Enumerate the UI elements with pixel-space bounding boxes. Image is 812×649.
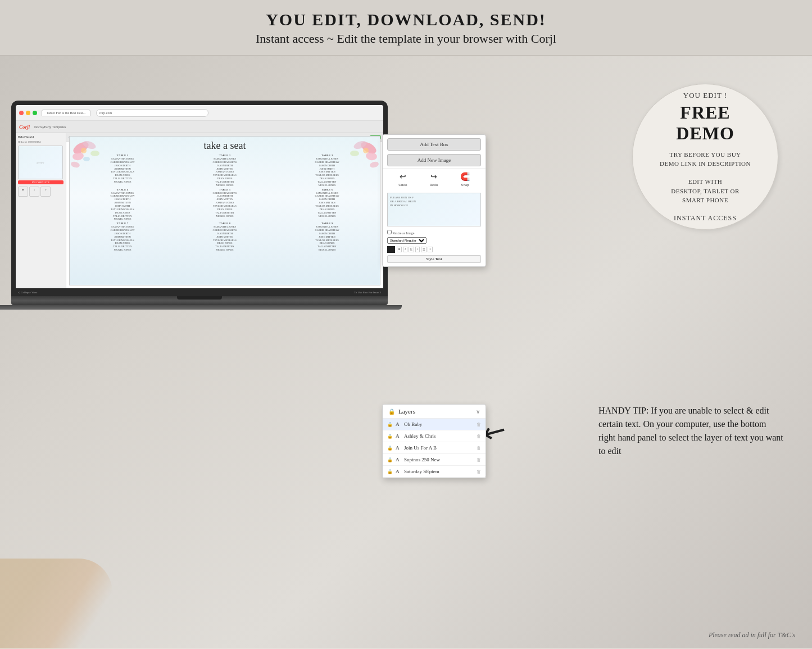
- italic-btn[interactable]: I: [403, 247, 407, 252]
- browser-tab[interactable]: Tablet Fun is the Best Desi...: [42, 110, 90, 116]
- layer-type-indicator: A: [396, 457, 401, 462]
- font-select[interactable]: Standard Regular: [387, 237, 427, 244]
- table-title: TABLE 6: [276, 188, 378, 191]
- seating-name: NICKEL JONES: [276, 184, 378, 187]
- layer-name-label: Saturday SEptem: [404, 469, 474, 474]
- incomplete-badge: INCOMPLETE: [18, 180, 63, 184]
- align-center[interactable]: ☰: [421, 247, 427, 252]
- svg-point-4: [83, 157, 90, 161]
- seating-name: NICKEL JONES: [276, 215, 378, 218]
- snap-button[interactable]: 🧲 Snap: [460, 172, 470, 187]
- layer-name-label: Join Us For A B: [404, 445, 474, 451]
- laptop-screen-outer: Tablet Fun is the Best Desi... corjl.com…: [11, 101, 388, 296]
- seating-name: NICKEL JONES: [276, 248, 378, 252]
- layer-delete-icon[interactable]: 🗑: [477, 457, 481, 462]
- layer-delete-icon[interactable]: 🗑: [477, 446, 481, 451]
- style-text-button[interactable]: Style Text: [387, 255, 481, 263]
- demo-instant-access: INSTANT ACCESS: [674, 214, 737, 223]
- headline: YOU EDIT, DOWNLOAD, SEND!: [0, 10, 812, 29]
- address-bar[interactable]: corjl.com: [96, 109, 208, 117]
- layer-item[interactable]: 🔒 A Join Us For A B 🗑: [383, 442, 486, 454]
- top-banner: YOU EDIT, DOWNLOAD, SEND! Instant access…: [0, 0, 812, 56]
- add-text-box-button[interactable]: Add Text Box: [387, 138, 481, 151]
- table-title: TABLE 7: [72, 222, 173, 225]
- layers-title: Layers: [398, 408, 415, 415]
- table-title: TABLE 5: [174, 188, 275, 191]
- layers-title-row: 🔒 Layers: [388, 408, 415, 415]
- bold-btn[interactable]: B: [397, 247, 402, 252]
- resize-option: Resize as Image: [383, 229, 486, 236]
- layer-lock-icon: 🔒: [387, 434, 393, 439]
- layer-delete-icon[interactable]: 🗑: [477, 422, 481, 427]
- chevron-down-icon[interactable]: ∨: [476, 409, 480, 415]
- toolbar-text: NocrayParty Templates: [34, 125, 66, 129]
- corjl-toolbar: Corjl NocrayParty Templates: [16, 121, 383, 133]
- seating-table: TABLE 6SAMANTHA JONESCARRIE BRADSHAWJASO…: [276, 188, 378, 221]
- sidebar-title: Helo Floral 4: [18, 135, 63, 138]
- redo-button[interactable]: ↪ Redo: [429, 172, 438, 187]
- layer-item[interactable]: 🔒 A Ashley & Chris 🗑: [383, 430, 486, 442]
- layer-item[interactable]: 🔒 A Supinos 250 New 🗑: [383, 454, 486, 466]
- handy-tip-text: HANDY TIP: If you are unable to select &…: [598, 406, 783, 456]
- undo-label: Undo: [398, 183, 407, 187]
- font-section: Standard Regular: [383, 236, 486, 245]
- maximize-dot: [33, 111, 37, 115]
- layer-delete-icon[interactable]: 🗑: [477, 434, 481, 439]
- laptop-bottom: [0, 305, 402, 310]
- snap-icon: 🧲: [460, 172, 470, 181]
- action-btn-2[interactable]: ↓: [29, 187, 39, 197]
- underline-btn[interactable]: U: [409, 247, 414, 252]
- demo-demo: DEMO: [676, 123, 734, 144]
- layer-name-label: Supinos 250 New: [404, 457, 474, 462]
- design-thumbnail: preview: [18, 146, 63, 179]
- action-btn-3[interactable]: ✓: [40, 187, 51, 197]
- align-right[interactable]: ≡: [428, 247, 433, 252]
- seating-name: NICKEL JONES: [72, 217, 173, 221]
- layer-item[interactable]: 🔒 A Saturday SEptem 🗑: [383, 466, 486, 478]
- add-new-image-button[interactable]: Add New Image: [387, 154, 481, 166]
- minimize-dot: [26, 111, 30, 115]
- layer-lock-icon: 🔒: [387, 446, 393, 451]
- layers-lock-icon: 🔒: [388, 409, 395, 415]
- close-dot: [19, 111, 24, 115]
- layers-header: 🔒 Layers ∨: [383, 405, 486, 419]
- action-btn-1[interactable]: ⚙: [18, 187, 28, 197]
- undo-button[interactable]: ↩ Undo: [398, 172, 407, 187]
- layer-delete-icon[interactable]: 🗑: [477, 469, 481, 474]
- order-id: Order Id: 1509758194: [18, 140, 63, 143]
- laptop-notch: [177, 296, 222, 299]
- seating-table: TABLE 7SAMANTHA JONESCARRIE BRADSHAWJASO…: [72, 222, 173, 252]
- resize-checkbox[interactable]: [387, 230, 392, 234]
- color-swatch[interactable]: [387, 246, 395, 253]
- align-left[interactable]: ≡: [415, 247, 420, 252]
- layer-name-label: Ashley & Chris: [404, 433, 474, 439]
- handy-tip: HANDY TIP: If you are unable to select &…: [598, 404, 784, 458]
- seating-table: TABLE 2SAMANTHA JONESCARRIE BRADSHAWJASO…: [174, 154, 275, 187]
- browser-chrome: Tablet Fun is the Best Desi... corjl.com: [16, 105, 383, 121]
- subheadline: Instant access ~ Edit the template in yo…: [0, 31, 812, 46]
- resize-label: Resize as Image: [393, 232, 415, 235]
- editor-right-panel: Add Text Box Add New Image ↩ Undo ↪ Redo…: [382, 134, 486, 267]
- corjl-canvas: 🔍 🔍- ↕ Page: 1 of 1 ◀ ▶ Online: [66, 133, 383, 288]
- laptop: Tablet Fun is the Best Desi... corjl.com…: [11, 101, 405, 310]
- layer-lock-icon: 🔒: [387, 422, 393, 427]
- redo-icon: ↪: [430, 172, 437, 181]
- demo-try-before: TRY BEFORE YOU BUY DEMO LINK IN DESCRIPT…: [660, 151, 751, 168]
- collapse-view[interactable]: ◁ Collapse View: [18, 291, 37, 294]
- seating-table: TABLE 9SAMANTHA JONESCARRIE BRADSHAWJASO…: [276, 222, 378, 252]
- corjl-sidebar: Helo Floral 4 Order Id: 1509758194 previ…: [16, 133, 66, 288]
- text-format-options: B I U ≡ ☰ ≡: [397, 247, 433, 252]
- browser-dots: [19, 111, 37, 115]
- table-title: TABLE 4: [72, 188, 173, 191]
- seating-name: NICKEL JONES: [72, 248, 173, 252]
- panel-preview: PLEASE JOIN US FOR A BRIDAL BRUNIN HONOR…: [387, 193, 481, 226]
- demo-free: FREE: [680, 102, 730, 123]
- layer-item[interactable]: 🔒 A Oh Baby 🗑: [383, 419, 486, 430]
- corjl-app: Corjl NocrayParty Templates Helo Floral …: [16, 121, 383, 296]
- layer-name-label: Oh Baby: [404, 421, 474, 427]
- undo-section: ↩ Undo ↪ Redo 🧲 Snap: [383, 168, 486, 190]
- seating-table: TABLE 5CARRIE BRADSHAWJASON DIRTHJOHN MI…: [174, 188, 275, 221]
- browser-tabs: Tablet Fun is the Best Desi...: [42, 110, 92, 116]
- hand-decoration: [0, 559, 112, 648]
- layers-panel: 🔒 Layers ∨ 🔒 A Oh Baby 🗑 🔒 A Ashley & Ch…: [382, 404, 486, 478]
